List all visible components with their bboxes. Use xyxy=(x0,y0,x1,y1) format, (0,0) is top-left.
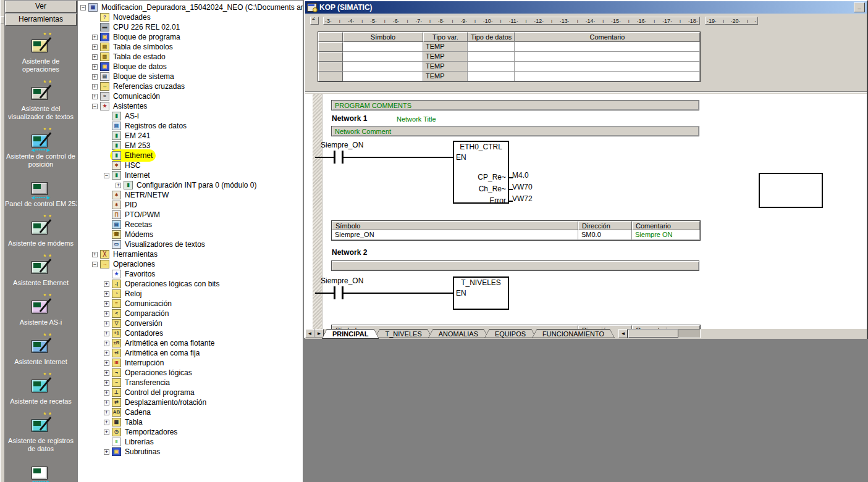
tree-item-tabla-de-estado[interactable]: +▥Tabla de estado xyxy=(78,52,303,62)
var-cell[interactable] xyxy=(468,62,515,72)
tree-item-comparacion[interactable]: +<Comparación xyxy=(78,309,303,318)
tree-expander[interactable]: + xyxy=(92,252,98,257)
tree-item-tabla[interactable]: +▦Tabla xyxy=(78,417,303,427)
tree-item-control-del-programa[interactable]: +⊥Control del programa xyxy=(78,388,303,397)
row-selector[interactable] xyxy=(318,52,343,62)
tab-anomalias[interactable]: ANOMALIAS xyxy=(428,329,489,338)
pin-operand-m4-0[interactable]: M4.0 xyxy=(512,171,529,180)
minimize-button[interactable]: _ xyxy=(854,2,865,12)
tree-expander[interactable]: + xyxy=(92,74,98,80)
tree-expander[interactable]: + xyxy=(92,64,98,70)
hscroll-left-button[interactable]: ◄ xyxy=(618,329,628,338)
tree-expander[interactable]: + xyxy=(104,380,109,386)
var-cell[interactable]: TEMP xyxy=(423,72,468,81)
contact-bar[interactable] xyxy=(334,286,335,299)
var-col-header-simbolo[interactable]: Símbolo xyxy=(343,32,423,42)
tab-principal[interactable]: PRINCIPAL xyxy=(322,329,379,339)
tree-expander[interactable]: + xyxy=(92,44,98,50)
tree-expander[interactable]: + xyxy=(104,341,109,346)
sidebar-item-asistente-de-operaciones[interactable]: * *Asistente de operaciones xyxy=(5,35,77,73)
var-cell[interactable]: TEMP xyxy=(423,62,468,72)
tree-item-favoritos[interactable]: +★Favoritos xyxy=(78,269,303,279)
tab-scroll-right-button[interactable]: ► xyxy=(314,329,324,338)
tree-item-referencias-cruzadas[interactable]: +↔Referencias cruzadas xyxy=(78,81,303,91)
var-cell[interactable] xyxy=(468,72,515,81)
tree-item-conversion[interactable]: +▽Conversión xyxy=(78,318,303,328)
tree-expander[interactable]: + xyxy=(104,400,109,405)
tab-equipos[interactable]: EQUIPOS xyxy=(484,329,536,338)
tree-expander[interactable]: + xyxy=(104,410,109,415)
tree-item-transferencia[interactable]: +~Transferencia xyxy=(78,378,303,388)
network1-title[interactable]: Network Title xyxy=(397,115,436,123)
var-cell[interactable] xyxy=(343,52,423,62)
tree-item-bloque-de-sistema[interactable]: +▤Bloque de sistema xyxy=(78,72,303,81)
tree-item-subrutinas[interactable]: +▣Subrutinas xyxy=(78,447,303,457)
sidebar-item-asistente-as-i[interactable]: * *Asistente AS-i xyxy=(5,296,77,326)
tree-item-as-i[interactable]: +▮AS-i xyxy=(78,111,303,121)
empty-selection-box[interactable] xyxy=(759,173,823,208)
hscroll-track[interactable] xyxy=(628,329,701,338)
tree-item-cpu-226-rel-02-01[interactable]: +▬CPU 226 REL 02.01 xyxy=(78,22,303,32)
output-pin-cp-re[interactable]: CP_Re~ xyxy=(478,173,506,181)
tree-item-netr-netw[interactable]: +∗NETR/NETW xyxy=(78,190,303,200)
tree-item-hsc[interactable]: +∗HSC xyxy=(78,160,303,170)
tree-item-internet[interactable]: −▮Internet xyxy=(78,170,303,180)
var-cell[interactable] xyxy=(515,62,700,72)
tree-expander[interactable]: + xyxy=(104,311,109,317)
tree-expander[interactable]: + xyxy=(92,94,98,99)
tree-item-interrupcion[interactable]: +IIIInterrupción xyxy=(78,358,303,368)
pin-operand-vw72[interactable]: VW72 xyxy=(512,194,533,203)
tree-item-comunicacion[interactable]: +≈Comunicación xyxy=(78,299,303,309)
tree-expander[interactable]: + xyxy=(104,390,109,396)
tree-item-bloque-de-datos[interactable]: +▣Bloque de datos xyxy=(78,62,303,72)
tree-item-em-253[interactable]: +▮EM 253 xyxy=(78,141,303,151)
contact-bar[interactable] xyxy=(334,151,335,164)
tree-item-bloque-de-programa[interactable]: +▣Bloque de programa xyxy=(78,32,303,42)
tree-item-tabla-de-simbolos[interactable]: +▤Tabla de símbolos xyxy=(78,42,303,52)
tree-expander[interactable]: + xyxy=(116,183,121,188)
tree-item-librerias[interactable]: +‖Librerías xyxy=(78,437,303,447)
tree-expander[interactable]: + xyxy=(104,420,109,425)
tree-expander[interactable]: + xyxy=(104,430,109,435)
tree-item-contadores[interactable]: ++1Contadores xyxy=(78,328,303,338)
sidebar-item-panel-de-sintonia-pid[interactable]: ◄╍╍╍►Panel de sintonía PID xyxy=(5,462,77,482)
tree-item-operaciones-logicas[interactable]: +¬Operaciones lógicas xyxy=(78,368,303,378)
var-cell[interactable] xyxy=(515,52,700,62)
tree-expander[interactable]: + xyxy=(92,84,98,89)
tree-expander[interactable]: + xyxy=(104,351,109,356)
pin-operand-vw70[interactable]: VW70 xyxy=(512,183,533,191)
sidebar-item-asistente-de-recetas[interactable]: * *Asistente de recetas xyxy=(5,375,77,405)
hscroll-thumb[interactable] xyxy=(628,330,678,338)
tree-item-em-241[interactable]: +▮EM 241 xyxy=(78,131,303,141)
view-bar-button[interactable]: Ver xyxy=(5,1,77,13)
sidebar-item-asistente-internet[interactable]: * *Asistente Internet xyxy=(5,335,77,366)
tab-scroll-left-button[interactable]: ◄ xyxy=(305,329,314,338)
tree-expander[interactable]: − xyxy=(104,173,109,178)
eth0-ctrl-block[interactable]: ETH0_CTRL EN CP_Re~Ch_Re~Error xyxy=(453,141,509,204)
tree-item-registros-de-datos[interactable]: +▤Registros de datos xyxy=(78,121,303,131)
tree-expander[interactable]: + xyxy=(104,360,109,366)
tab-t-niveles[interactable]: T_NIVELES xyxy=(374,329,432,338)
row-selector[interactable] xyxy=(318,62,343,72)
ladder-program-area[interactable]: PROGRAM COMMENTS Network 1 Network Title… xyxy=(305,94,867,329)
tree-expander[interactable]: + xyxy=(104,370,109,376)
sidebar-item-panel-de-control-em-253[interactable]: ◄╍╍╍►Panel de control EM 253 xyxy=(5,177,77,208)
tree-expander[interactable]: + xyxy=(104,281,109,287)
network2-comment-bar[interactable] xyxy=(331,260,699,271)
tree-expander[interactable]: + xyxy=(92,54,98,60)
output-pin-error[interactable]: Error xyxy=(489,196,506,205)
row-selector[interactable] xyxy=(318,72,343,81)
var-cell[interactable]: TEMP xyxy=(423,42,468,52)
symbol-cell[interactable]: SM0.0 xyxy=(578,230,632,240)
tree-item-novedades[interactable]: +?Novedades xyxy=(78,12,303,22)
t-niveles-block[interactable]: T_NIVELES EN xyxy=(453,276,509,310)
tree-expander[interactable]: + xyxy=(104,301,109,307)
tree-item-desplazamiento-rotacion[interactable]: +⇄Desplazamiento/rotación xyxy=(78,397,303,407)
tree-item-modems[interactable]: +☎Módems xyxy=(78,230,303,239)
tree-item-pto-pwm[interactable]: +∏PTO/PWM xyxy=(78,210,303,220)
row-selector[interactable] xyxy=(318,42,343,52)
var-cell[interactable] xyxy=(343,72,423,81)
symbol-cell[interactable]: Siempre ON xyxy=(632,230,700,240)
tree-item-pid[interactable]: +∗PID xyxy=(78,200,303,210)
sidebar-item-asistente-de-registros-de-datos[interactable]: * *Asistente de registros de datos xyxy=(5,414,77,453)
